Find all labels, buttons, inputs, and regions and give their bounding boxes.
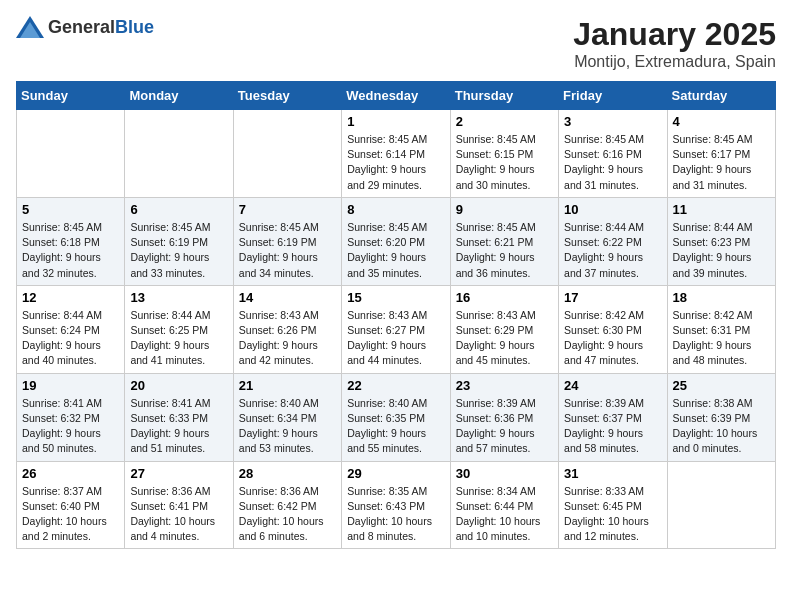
day-info: Sunrise: 8:43 AM Sunset: 6:26 PM Dayligh… <box>239 308 336 369</box>
header-saturday: Saturday <box>667 82 775 110</box>
day-cell <box>17 110 125 198</box>
logo-icon <box>16 16 44 38</box>
day-info: Sunrise: 8:44 AM Sunset: 6:25 PM Dayligh… <box>130 308 227 369</box>
day-number: 27 <box>130 466 227 481</box>
day-number: 14 <box>239 290 336 305</box>
day-number: 15 <box>347 290 444 305</box>
calendar-table: SundayMondayTuesdayWednesdayThursdayFrid… <box>16 81 776 549</box>
day-info: Sunrise: 8:38 AM Sunset: 6:39 PM Dayligh… <box>673 396 770 457</box>
header-sunday: Sunday <box>17 82 125 110</box>
title-area: January 2025 Montijo, Extremadura, Spain <box>573 16 776 71</box>
day-number: 17 <box>564 290 661 305</box>
header-thursday: Thursday <box>450 82 558 110</box>
day-info: Sunrise: 8:45 AM Sunset: 6:18 PM Dayligh… <box>22 220 119 281</box>
day-cell: 18Sunrise: 8:42 AM Sunset: 6:31 PM Dayli… <box>667 285 775 373</box>
day-cell: 11Sunrise: 8:44 AM Sunset: 6:23 PM Dayli… <box>667 197 775 285</box>
day-info: Sunrise: 8:41 AM Sunset: 6:32 PM Dayligh… <box>22 396 119 457</box>
day-info: Sunrise: 8:45 AM Sunset: 6:19 PM Dayligh… <box>239 220 336 281</box>
day-info: Sunrise: 8:39 AM Sunset: 6:37 PM Dayligh… <box>564 396 661 457</box>
day-number: 20 <box>130 378 227 393</box>
day-number: 26 <box>22 466 119 481</box>
day-number: 30 <box>456 466 553 481</box>
day-cell: 31Sunrise: 8:33 AM Sunset: 6:45 PM Dayli… <box>559 461 667 549</box>
day-number: 4 <box>673 114 770 129</box>
day-cell: 3Sunrise: 8:45 AM Sunset: 6:16 PM Daylig… <box>559 110 667 198</box>
day-cell: 20Sunrise: 8:41 AM Sunset: 6:33 PM Dayli… <box>125 373 233 461</box>
day-info: Sunrise: 8:42 AM Sunset: 6:30 PM Dayligh… <box>564 308 661 369</box>
day-number: 2 <box>456 114 553 129</box>
day-number: 31 <box>564 466 661 481</box>
day-cell: 8Sunrise: 8:45 AM Sunset: 6:20 PM Daylig… <box>342 197 450 285</box>
week-row-4: 26Sunrise: 8:37 AM Sunset: 6:40 PM Dayli… <box>17 461 776 549</box>
day-number: 10 <box>564 202 661 217</box>
day-cell: 28Sunrise: 8:36 AM Sunset: 6:42 PM Dayli… <box>233 461 341 549</box>
day-number: 1 <box>347 114 444 129</box>
day-number: 16 <box>456 290 553 305</box>
week-row-1: 5Sunrise: 8:45 AM Sunset: 6:18 PM Daylig… <box>17 197 776 285</box>
day-info: Sunrise: 8:41 AM Sunset: 6:33 PM Dayligh… <box>130 396 227 457</box>
day-info: Sunrise: 8:37 AM Sunset: 6:40 PM Dayligh… <box>22 484 119 545</box>
day-cell <box>125 110 233 198</box>
day-info: Sunrise: 8:42 AM Sunset: 6:31 PM Dayligh… <box>673 308 770 369</box>
day-info: Sunrise: 8:45 AM Sunset: 6:20 PM Dayligh… <box>347 220 444 281</box>
day-cell: 10Sunrise: 8:44 AM Sunset: 6:22 PM Dayli… <box>559 197 667 285</box>
day-number: 18 <box>673 290 770 305</box>
day-info: Sunrise: 8:45 AM Sunset: 6:14 PM Dayligh… <box>347 132 444 193</box>
day-cell: 1Sunrise: 8:45 AM Sunset: 6:14 PM Daylig… <box>342 110 450 198</box>
day-number: 9 <box>456 202 553 217</box>
day-cell: 12Sunrise: 8:44 AM Sunset: 6:24 PM Dayli… <box>17 285 125 373</box>
logo-general: General <box>48 17 115 37</box>
day-info: Sunrise: 8:43 AM Sunset: 6:29 PM Dayligh… <box>456 308 553 369</box>
week-row-2: 12Sunrise: 8:44 AM Sunset: 6:24 PM Dayli… <box>17 285 776 373</box>
day-info: Sunrise: 8:45 AM Sunset: 6:16 PM Dayligh… <box>564 132 661 193</box>
day-cell: 9Sunrise: 8:45 AM Sunset: 6:21 PM Daylig… <box>450 197 558 285</box>
logo-blue: Blue <box>115 17 154 37</box>
header: GeneralBlue January 2025 Montijo, Extrem… <box>16 16 776 71</box>
day-cell: 14Sunrise: 8:43 AM Sunset: 6:26 PM Dayli… <box>233 285 341 373</box>
day-cell: 6Sunrise: 8:45 AM Sunset: 6:19 PM Daylig… <box>125 197 233 285</box>
day-cell: 21Sunrise: 8:40 AM Sunset: 6:34 PM Dayli… <box>233 373 341 461</box>
day-number: 3 <box>564 114 661 129</box>
day-cell: 13Sunrise: 8:44 AM Sunset: 6:25 PM Dayli… <box>125 285 233 373</box>
day-info: Sunrise: 8:35 AM Sunset: 6:43 PM Dayligh… <box>347 484 444 545</box>
day-cell: 4Sunrise: 8:45 AM Sunset: 6:17 PM Daylig… <box>667 110 775 198</box>
day-number: 22 <box>347 378 444 393</box>
day-info: Sunrise: 8:45 AM Sunset: 6:19 PM Dayligh… <box>130 220 227 281</box>
day-info: Sunrise: 8:44 AM Sunset: 6:23 PM Dayligh… <box>673 220 770 281</box>
day-info: Sunrise: 8:39 AM Sunset: 6:36 PM Dayligh… <box>456 396 553 457</box>
day-cell: 7Sunrise: 8:45 AM Sunset: 6:19 PM Daylig… <box>233 197 341 285</box>
day-cell: 23Sunrise: 8:39 AM Sunset: 6:36 PM Dayli… <box>450 373 558 461</box>
day-number: 29 <box>347 466 444 481</box>
day-cell: 17Sunrise: 8:42 AM Sunset: 6:30 PM Dayli… <box>559 285 667 373</box>
day-info: Sunrise: 8:33 AM Sunset: 6:45 PM Dayligh… <box>564 484 661 545</box>
day-number: 5 <box>22 202 119 217</box>
day-number: 12 <box>22 290 119 305</box>
day-cell: 24Sunrise: 8:39 AM Sunset: 6:37 PM Dayli… <box>559 373 667 461</box>
header-friday: Friday <box>559 82 667 110</box>
day-cell: 19Sunrise: 8:41 AM Sunset: 6:32 PM Dayli… <box>17 373 125 461</box>
calendar-title: January 2025 <box>573 16 776 53</box>
day-number: 23 <box>456 378 553 393</box>
day-info: Sunrise: 8:44 AM Sunset: 6:22 PM Dayligh… <box>564 220 661 281</box>
day-number: 11 <box>673 202 770 217</box>
header-tuesday: Tuesday <box>233 82 341 110</box>
day-number: 25 <box>673 378 770 393</box>
header-wednesday: Wednesday <box>342 82 450 110</box>
day-number: 6 <box>130 202 227 217</box>
day-cell: 26Sunrise: 8:37 AM Sunset: 6:40 PM Dayli… <box>17 461 125 549</box>
header-row: SundayMondayTuesdayWednesdayThursdayFrid… <box>17 82 776 110</box>
day-cell: 30Sunrise: 8:34 AM Sunset: 6:44 PM Dayli… <box>450 461 558 549</box>
day-info: Sunrise: 8:36 AM Sunset: 6:41 PM Dayligh… <box>130 484 227 545</box>
day-cell: 16Sunrise: 8:43 AM Sunset: 6:29 PM Dayli… <box>450 285 558 373</box>
day-info: Sunrise: 8:34 AM Sunset: 6:44 PM Dayligh… <box>456 484 553 545</box>
calendar-subtitle: Montijo, Extremadura, Spain <box>573 53 776 71</box>
day-cell: 25Sunrise: 8:38 AM Sunset: 6:39 PM Dayli… <box>667 373 775 461</box>
day-cell: 5Sunrise: 8:45 AM Sunset: 6:18 PM Daylig… <box>17 197 125 285</box>
day-info: Sunrise: 8:40 AM Sunset: 6:34 PM Dayligh… <box>239 396 336 457</box>
day-number: 24 <box>564 378 661 393</box>
day-info: Sunrise: 8:45 AM Sunset: 6:21 PM Dayligh… <box>456 220 553 281</box>
day-info: Sunrise: 8:44 AM Sunset: 6:24 PM Dayligh… <box>22 308 119 369</box>
logo: GeneralBlue <box>16 16 154 38</box>
day-info: Sunrise: 8:43 AM Sunset: 6:27 PM Dayligh… <box>347 308 444 369</box>
day-cell: 27Sunrise: 8:36 AM Sunset: 6:41 PM Dayli… <box>125 461 233 549</box>
